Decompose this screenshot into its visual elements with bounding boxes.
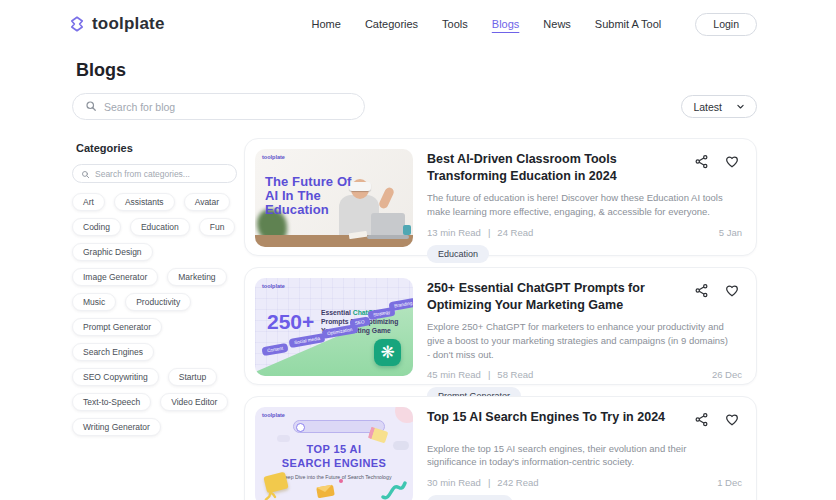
dot-decor xyxy=(339,479,343,483)
read-count: 242 Read xyxy=(497,477,538,488)
card-actions xyxy=(694,154,740,169)
blog-card-education[interactable]: toolplate The Future Of AI In The Educat… xyxy=(244,138,757,256)
blog-description: The future of education is here! Discove… xyxy=(427,191,746,219)
publish-date: 5 Jan xyxy=(719,227,742,238)
main-nav: Home Categories Tools Blogs News Submit … xyxy=(312,13,757,36)
chip-art[interactable]: Art xyxy=(72,193,105,211)
chip-graphic-design[interactable]: Graphic Design xyxy=(72,243,153,261)
read-time: 45 min Read xyxy=(427,369,481,380)
category-chips: Art Assistants Avatar Coding Education F… xyxy=(72,193,247,436)
chip-productivity[interactable]: Productivity xyxy=(125,293,191,311)
share-icon[interactable] xyxy=(694,412,709,427)
person-arm xyxy=(378,186,395,210)
card-actions xyxy=(694,412,740,427)
page-title: Blogs xyxy=(76,60,836,81)
categories-search-input[interactable] xyxy=(95,169,228,179)
blog-card-list: toolplate The Future Of AI In The Educat… xyxy=(244,138,757,500)
blog-description: Explore 250+ ChatGPT for marketers to en… xyxy=(427,320,746,361)
chip-image-generator[interactable]: Image Generator xyxy=(72,268,158,286)
heart-icon[interactable] xyxy=(724,154,740,169)
publish-date: 26 Dec xyxy=(712,369,742,380)
chip-video-editor[interactable]: Video Editor xyxy=(160,393,228,411)
chip-prompt-generator[interactable]: Prompt Generator xyxy=(72,318,162,336)
chevron-down-icon xyxy=(736,101,745,113)
card-actions xyxy=(694,283,740,298)
thumb-watermark: toolplate xyxy=(262,154,285,160)
sort-value: Latest xyxy=(693,101,722,113)
chip-marketing[interactable]: Marketing xyxy=(167,268,226,286)
read-count: 24 Read xyxy=(497,227,533,238)
thumb-big-number: 250+ xyxy=(267,310,314,334)
chip-assistants[interactable]: Assistants xyxy=(114,193,175,211)
blog-card-chatgpt-prompts[interactable]: toolplate 250+ Essential ChatGPT Prompts… xyxy=(244,267,757,385)
circle-decor xyxy=(395,407,413,423)
heart-icon[interactable] xyxy=(724,412,740,427)
toolbar: Latest xyxy=(72,93,757,120)
blog-thumbnail[interactable]: toolplate TOP 15 AI SEARCH ENGINES A Dee… xyxy=(255,407,413,500)
book-decor xyxy=(368,427,389,444)
heart-icon[interactable] xyxy=(724,283,740,298)
categories-sidebar: Categories Art Assistants Avatar Coding … xyxy=(72,138,240,500)
blog-meta: 13 min Read | 24 Read 5 Jan xyxy=(427,227,746,238)
envelope-decor xyxy=(316,485,335,499)
brand-logo[interactable]: toolplate xyxy=(68,14,165,34)
read-time: 13 min Read xyxy=(427,227,481,238)
nav-submit-a-tool[interactable]: Submit A Tool xyxy=(595,18,661,30)
yellow-squiggle-decor xyxy=(263,491,281,500)
chatgpt-logo-icon: ❋ xyxy=(374,339,401,366)
categories-title: Categories xyxy=(76,142,240,154)
chip-coding[interactable]: Coding xyxy=(72,218,121,236)
nav-categories[interactable]: Categories xyxy=(365,18,418,30)
laptop-illustration xyxy=(371,213,405,235)
thumb-heading: The Future Of AI In The Education xyxy=(265,175,357,217)
read-time: 30 min Read xyxy=(427,477,481,488)
meta-divider: | xyxy=(488,477,490,488)
toolplate-logo-icon xyxy=(68,15,86,33)
blog-card-search-engines[interactable]: toolplate TOP 15 AI SEARCH ENGINES A Dee… xyxy=(244,396,757,500)
thumb-title-line1: TOP 15 AI xyxy=(255,443,413,455)
chip-avatar[interactable]: Avatar xyxy=(184,193,230,211)
content: Categories Art Assistants Avatar Coding … xyxy=(72,138,757,500)
brand-name: toolplate xyxy=(92,14,165,34)
blog-search[interactable] xyxy=(72,93,365,120)
chip-seo-copywriting[interactable]: SEO Copywriting xyxy=(72,368,159,386)
read-count: 58 Read xyxy=(497,369,533,380)
sort-dropdown[interactable]: Latest xyxy=(681,95,757,118)
chip-education[interactable]: Education xyxy=(130,218,190,236)
blog-tag[interactable]: Education xyxy=(427,245,489,263)
nav-tools[interactable]: Tools xyxy=(442,18,468,30)
chip-fun[interactable]: Fun xyxy=(199,218,236,236)
blog-thumbnail[interactable]: toolplate 250+ Essential ChatGPT Prompts… xyxy=(255,278,413,376)
share-icon[interactable] xyxy=(694,283,709,298)
chip-writing-generator[interactable]: Writing Generator xyxy=(72,418,161,436)
login-button[interactable]: Login xyxy=(695,13,757,36)
nav-news[interactable]: News xyxy=(543,18,571,30)
blog-meta: 30 min Read | 242 Read 1 Dec xyxy=(427,477,746,488)
header: toolplate Home Categories Tools Blogs Ne… xyxy=(0,0,836,48)
teal-squiggle-decor xyxy=(381,479,407,500)
publish-date: 1 Dec xyxy=(717,477,742,488)
slope-pill: Content xyxy=(261,343,288,356)
blog-search-input[interactable] xyxy=(104,101,352,113)
categories-search[interactable] xyxy=(72,164,237,183)
thumb-title-line2: SEARCH ENGINES xyxy=(255,457,413,469)
chip-startup[interactable]: Startup xyxy=(168,368,217,386)
chip-text-to-speech[interactable]: Text-to-Speech xyxy=(72,393,151,411)
blog-thumbnail[interactable]: toolplate The Future Of AI In The Educat… xyxy=(255,149,413,247)
meta-divider: | xyxy=(488,227,490,238)
thumb-watermark: toolplate xyxy=(262,283,285,289)
blog-meta: 45 min Read | 58 Read 26 Dec xyxy=(427,369,746,380)
chip-search-engines[interactable]: Search Engines xyxy=(72,343,154,361)
search-icon xyxy=(81,165,90,183)
nav-blogs[interactable]: Blogs xyxy=(492,18,520,30)
chip-music[interactable]: Music xyxy=(72,293,116,311)
share-icon[interactable] xyxy=(694,154,709,169)
nav-home[interactable]: Home xyxy=(312,18,341,30)
meta-divider: | xyxy=(488,369,490,380)
mug-decor xyxy=(403,225,411,235)
blog-tag[interactable]: Search Engines xyxy=(427,495,513,500)
cloud-decor xyxy=(277,435,290,442)
thumb-watermark: toolplate xyxy=(262,412,285,418)
cloud-decor xyxy=(393,441,409,450)
search-icon xyxy=(85,98,97,116)
